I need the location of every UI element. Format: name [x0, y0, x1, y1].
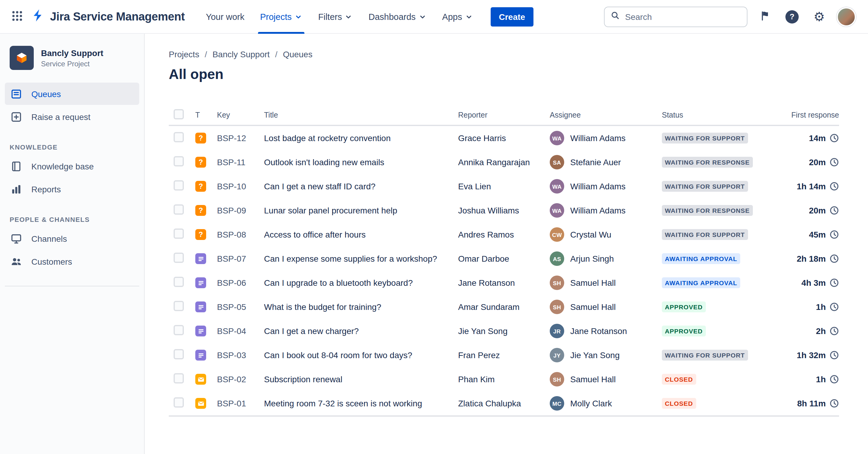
- task-type-icon: [195, 277, 206, 288]
- issue-title-link[interactable]: Can I book out 8-04 room for two days?: [264, 350, 458, 360]
- assignee-avatar: SH: [550, 372, 564, 387]
- user-avatar[interactable]: [837, 7, 856, 26]
- breadcrumb-separator: /: [275, 50, 278, 59]
- issue-key[interactable]: BSP-09: [217, 206, 264, 215]
- reporter-name: Jane Rotanson: [458, 278, 550, 287]
- issue-key[interactable]: BSP-10: [217, 181, 264, 191]
- clock-icon: [830, 278, 839, 287]
- nav-label: Your work: [206, 12, 244, 22]
- issue-key[interactable]: BSP-08: [217, 230, 264, 239]
- chevron-down-icon: [464, 12, 473, 21]
- queue-row[interactable]: BSP-05 What is the budget for training? …: [169, 295, 839, 319]
- assignee-name: Jane Rotanson: [570, 326, 627, 336]
- row-checkbox[interactable]: [174, 253, 184, 263]
- breadcrumb-project-name[interactable]: Bancly Support: [213, 50, 270, 59]
- sidebar-navigation: Queues Raise a request KNOWLEDGE Knowled…: [0, 83, 144, 286]
- sidebar-item-label: Channels: [31, 234, 67, 243]
- row-checkbox[interactable]: [174, 277, 184, 287]
- queue-row[interactable]: ? BSP-12 Lost badge at rocketry conventi…: [169, 126, 839, 150]
- nav-filters[interactable]: Filters: [310, 0, 361, 33]
- row-checkbox[interactable]: [174, 373, 184, 384]
- status-badge: CLOSED: [662, 398, 696, 409]
- row-checkbox[interactable]: [174, 325, 184, 335]
- issue-title-link[interactable]: Meeting room 7-32 is sceen is not workin…: [264, 398, 458, 408]
- issue-key[interactable]: BSP-02: [217, 374, 264, 384]
- app-logo-home-link[interactable]: Jira Service Management: [31, 8, 185, 25]
- sidebar-item-reports[interactable]: Reports: [5, 178, 139, 200]
- issue-title-link[interactable]: Subscription renewal: [264, 374, 458, 384]
- issue-title-link[interactable]: Outlook isn't loading new emails: [264, 157, 458, 167]
- row-checkbox[interactable]: [174, 204, 184, 215]
- search-input[interactable]: [624, 11, 741, 22]
- global-search[interactable]: [604, 6, 747, 27]
- issue-title-link[interactable]: Can I expense some supplies for a worksh…: [264, 254, 458, 264]
- queue-row[interactable]: BSP-01 Meeting room 7-32 is sceen is not…: [169, 391, 839, 416]
- issue-title-link[interactable]: What is the budget for training?: [264, 302, 458, 312]
- column-header-title: Title: [264, 111, 458, 119]
- row-checkbox[interactable]: [174, 132, 184, 142]
- assignee-name: William Adams: [570, 206, 626, 215]
- nav-dashboards[interactable]: Dashboards: [361, 0, 434, 33]
- settings-button[interactable]: ⚙: [809, 7, 829, 26]
- nav-projects[interactable]: Projects: [252, 0, 310, 33]
- sidebar-section-people-channels: PEOPLE & CHANNELS: [10, 216, 144, 223]
- queue-row[interactable]: BSP-02 Subscription renewal Phan Kim SH …: [169, 367, 839, 391]
- project-sidebar: Bancly Support Service Project Queues Ra…: [0, 34, 145, 454]
- sidebar-item-customers[interactable]: Customers: [5, 250, 139, 273]
- app-switcher-button[interactable]: [7, 7, 27, 26]
- create-button[interactable]: Create: [490, 7, 533, 26]
- issue-key[interactable]: BSP-11: [217, 157, 264, 167]
- issue-title-link[interactable]: Lunar solar panel procurement help: [264, 206, 458, 215]
- nav-apps[interactable]: Apps: [434, 0, 481, 33]
- sidebar-item-channels[interactable]: Channels: [5, 227, 139, 250]
- announcements-button[interactable]: [755, 7, 775, 26]
- issue-key[interactable]: BSP-04: [217, 326, 264, 336]
- assignee-name: Molly Clark: [570, 398, 612, 408]
- first-response-time: 45m: [809, 230, 826, 239]
- status-badge: WAITING FOR SUPPORT: [662, 133, 748, 144]
- issue-key[interactable]: BSP-01: [217, 398, 264, 408]
- queue-row[interactable]: BSP-04 Can I get a new charger? Jie Yan …: [169, 319, 839, 343]
- help-button[interactable]: ?: [782, 7, 802, 26]
- issue-key[interactable]: BSP-03: [217, 350, 264, 360]
- row-checkbox[interactable]: [174, 180, 184, 190]
- row-checkbox[interactable]: [174, 397, 184, 407]
- sidebar-item-knowledge-base[interactable]: Knowledge base: [5, 155, 139, 177]
- queue-row[interactable]: ? BSP-08 Access to office after hours An…: [169, 222, 839, 247]
- nav-your-work[interactable]: Your work: [198, 0, 252, 33]
- issue-key[interactable]: BSP-06: [217, 278, 264, 287]
- queue-row[interactable]: ? BSP-11 Outlook isn't loading new email…: [169, 150, 839, 174]
- breadcrumb-projects[interactable]: Projects: [169, 50, 199, 59]
- select-all-checkbox[interactable]: [174, 109, 184, 119]
- queue-row[interactable]: ? BSP-10 Can I get a new staff ID card? …: [169, 174, 839, 199]
- queue-row[interactable]: ? BSP-09 Lunar solar panel procurement h…: [169, 199, 839, 222]
- queue-row[interactable]: BSP-06 Can I upgrade to a bluetooth keyb…: [169, 271, 839, 295]
- queue-row[interactable]: BSP-03 Can I book out 8-04 room for two …: [169, 343, 839, 367]
- issue-title-link[interactable]: Access to office after hours: [264, 230, 458, 239]
- assignee-avatar: SH: [550, 300, 564, 314]
- issue-key[interactable]: BSP-12: [217, 133, 264, 143]
- sidebar-item-raise-request[interactable]: Raise a request: [5, 105, 139, 128]
- reporter-name: Jie Yan Song: [458, 326, 550, 336]
- column-header-type: T: [195, 111, 217, 119]
- sidebar-section-knowledge: KNOWLEDGE: [10, 144, 144, 151]
- sidebar-item-queues[interactable]: Queues: [5, 83, 139, 105]
- row-checkbox[interactable]: [174, 301, 184, 311]
- issue-key[interactable]: BSP-05: [217, 302, 264, 312]
- task-type-icon: [195, 253, 206, 264]
- assignee-name: Arjun Singh: [570, 254, 614, 264]
- chevron-down-icon: [344, 12, 353, 21]
- clock-icon: [830, 398, 839, 408]
- row-checkbox[interactable]: [174, 156, 184, 167]
- issue-title-link[interactable]: Can I get a new charger?: [264, 326, 458, 336]
- clock-icon: [830, 350, 839, 360]
- row-checkbox[interactable]: [174, 349, 184, 359]
- issue-title-link[interactable]: Lost badge at rocketry convention: [264, 133, 458, 143]
- row-checkbox[interactable]: [174, 229, 184, 239]
- issue-title-link[interactable]: Can I get a new staff ID card?: [264, 181, 458, 191]
- queue-row[interactable]: BSP-07 Can I expense some supplies for a…: [169, 247, 839, 271]
- breadcrumb-queues[interactable]: Queues: [283, 50, 313, 59]
- status-badge: WAITING FOR RESPONSE: [662, 157, 752, 168]
- issue-title-link[interactable]: Can I upgrade to a bluetooth keyboard?: [264, 278, 458, 287]
- issue-key[interactable]: BSP-07: [217, 254, 264, 264]
